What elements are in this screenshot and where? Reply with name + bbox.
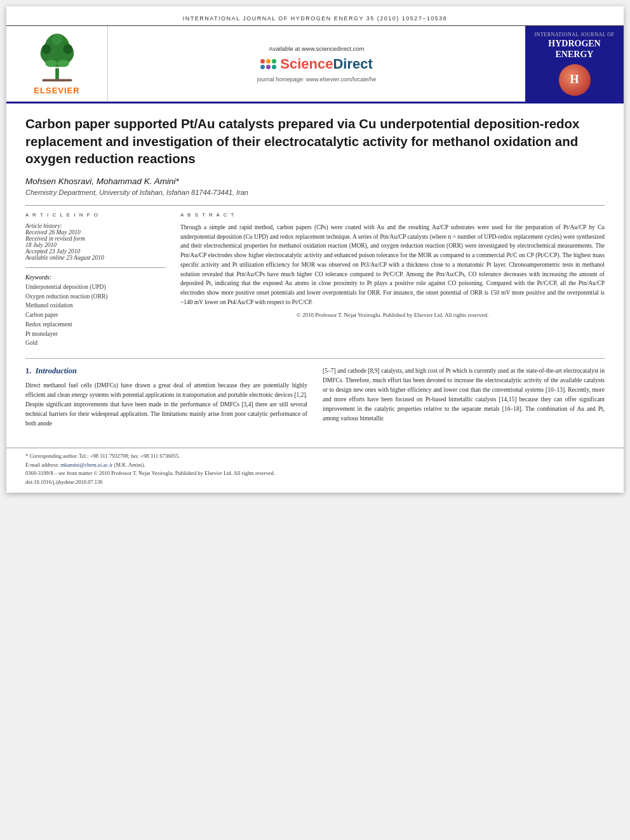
elsevier-logo: ELSEVIER xyxy=(6,26,108,102)
center-info: Available at www.sciencedirect.com xyxy=(108,26,525,102)
intro-right-text: [5–7] and cathode [8,9] catalysts, and h… xyxy=(323,366,605,423)
abstract-column: A B S T R A C T Through a simple and rap… xyxy=(180,212,605,348)
divider-intro xyxy=(25,358,605,359)
intro-section-label: Introduction xyxy=(36,366,77,375)
logos-row: ELSEVIER Available at www.sciencedirect.… xyxy=(6,26,624,103)
elsevier-label: ELSEVIER xyxy=(34,86,79,95)
journal-header: International Journal of Hydrogen Energy… xyxy=(6,6,624,26)
svg-point-5 xyxy=(51,34,62,45)
divider-keywords xyxy=(25,267,165,268)
svg-rect-0 xyxy=(55,68,59,80)
history-label: Article history: xyxy=(25,223,165,229)
article-info-heading: A R T I C L E I N F O xyxy=(25,212,165,218)
svg-point-8 xyxy=(57,60,69,67)
email-link[interactable]: mkamini@chem.ui.ac.ir xyxy=(60,462,112,468)
footnote-email: E-mail address: mkamini@chem.ui.ac.ir (M… xyxy=(25,461,605,470)
page: International Journal of Hydrogen Energy… xyxy=(6,6,624,493)
history-date-4: Accepted 23 July 2010 xyxy=(25,248,165,255)
sciencedirect-logo: ScienceDirect xyxy=(260,56,373,72)
two-column-section: A R T I C L E I N F O Article history: R… xyxy=(25,212,605,348)
keyword-3: Methanol oxidation xyxy=(25,301,165,310)
keywords-label: Keywords: xyxy=(25,274,165,281)
abstract-copyright: © 2010 Professor T. Nejat Veziroglu. Pub… xyxy=(180,312,605,318)
keyword-5: Redox replacement xyxy=(25,320,165,330)
footnote-corresponding: * Corresponding author. Tel.: +98 311 79… xyxy=(25,452,605,461)
divider-1 xyxy=(25,205,605,206)
authors: Mohsen Khosravi, Mohammad K. Amini* xyxy=(25,177,605,186)
footnote-area: * Corresponding author. Tel.: +98 311 79… xyxy=(6,448,624,493)
footnote-doi: doi:10.1016/j.ijhydene.2010.07.136 xyxy=(25,478,605,487)
intro-right-column: [5–7] and cathode [8,9] catalysts, and h… xyxy=(323,366,605,429)
sciencedirect-text: ScienceDirect xyxy=(280,56,373,72)
hydrogen-icon: H xyxy=(559,64,591,96)
intro-left-text: Direct methanol fuel cells (DMFCs) have … xyxy=(25,381,307,429)
article-history: Article history: Received 26 May 2010 Re… xyxy=(25,223,165,261)
abstract-text: Through a simple and rapid method, carbo… xyxy=(180,223,605,307)
hydrogen-logo-title: HYDROGENENERGY xyxy=(548,39,600,60)
journal-name: International Journal of Hydrogen Energy… xyxy=(183,15,448,22)
paper-title: Carbon paper supported Pt/Au catalysts p… xyxy=(25,115,605,168)
history-date-3: 18 July 2010 xyxy=(25,242,165,248)
keyword-7: Gold xyxy=(25,338,165,348)
keyword-2: Oxygen reduction reaction (ORR) xyxy=(25,292,165,302)
abstract-heading: A B S T R A C T xyxy=(180,212,605,218)
svg-point-4 xyxy=(63,44,72,54)
history-date-1: Received 26 May 2010 xyxy=(25,229,165,236)
elsevier-tree-icon xyxy=(32,32,83,83)
keywords-section: Keywords: Underpotential deposition (UPD… xyxy=(25,274,165,348)
svg-point-3 xyxy=(41,44,51,54)
history-date-2: Received in revised form xyxy=(25,236,165,242)
hydrogen-logo-top-text: International Journal of xyxy=(534,32,614,37)
svg-point-7 xyxy=(45,60,57,67)
svg-rect-6 xyxy=(42,79,72,81)
available-text: Available at www.sciencedirect.com xyxy=(269,45,364,52)
main-content: Carbon paper supported Pt/Au catalysts p… xyxy=(6,103,624,439)
hydrogen-energy-logo: International Journal of HYDROGENENERGY … xyxy=(525,26,624,102)
history-date-5: Available online 23 August 2010 xyxy=(25,255,165,261)
intro-left-column: 1. Introduction Direct methanol fuel cel… xyxy=(25,366,307,429)
footnote-copyright: 0360-3199/$ – see front matter © 2010 Pr… xyxy=(25,469,605,478)
keyword-4: Carbon paper xyxy=(25,310,165,320)
intro-title: 1. Introduction xyxy=(25,366,307,376)
keyword-1: Underpotential deposition (UPD) xyxy=(25,283,165,292)
article-info-column: A R T I C L E I N F O Article history: R… xyxy=(25,212,165,348)
sd-dots-icon xyxy=(260,59,276,69)
intro-section-number: 1. xyxy=(25,366,31,375)
authors-text: Mohsen Khosravi, Mohammad K. Amini* xyxy=(25,177,179,186)
introduction-section: 1. Introduction Direct methanol fuel cel… xyxy=(25,366,605,429)
journal-homepage: journal homepage: www.elsevier.com/locat… xyxy=(257,76,377,83)
affiliation: Chemistry Department, University of Isfa… xyxy=(25,189,605,196)
keyword-6: Pt monolayer xyxy=(25,330,165,339)
